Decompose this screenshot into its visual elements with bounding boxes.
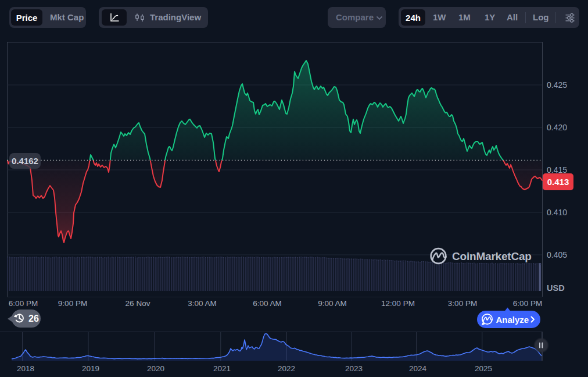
svg-text:9:00 AM: 9:00 AM [318,299,347,308]
svg-text:Analyze: Analyze [496,315,529,325]
svg-text:2021: 2021 [213,364,231,373]
svg-text:12:00 PM: 12:00 PM [381,299,415,308]
svg-text:CoinMarketCap: CoinMarketCap [452,250,532,262]
svg-text:USD: USD [547,283,565,293]
svg-text:2022: 2022 [278,364,295,373]
svg-text:2025: 2025 [475,364,492,373]
svg-text:26: 26 [28,314,39,323]
svg-text:2023: 2023 [345,364,363,373]
svg-text:2020: 2020 [147,364,164,373]
svg-text:0.410: 0.410 [547,208,567,217]
svg-text:0.425: 0.425 [547,80,567,90]
svg-text:6:00 PM: 6:00 PM [9,299,38,308]
svg-text:3:00 AM: 3:00 AM [188,299,217,308]
svg-text:0.420: 0.420 [547,123,567,132]
svg-text:2019: 2019 [82,364,99,373]
svg-text:0.405: 0.405 [547,250,567,259]
svg-text:26 Nov: 26 Nov [126,299,150,308]
svg-text:3:00 PM: 3:00 PM [448,299,477,308]
svg-text:6:00 AM: 6:00 AM [253,299,282,308]
svg-text:9:00 PM: 9:00 PM [58,299,87,308]
svg-text:2018: 2018 [17,364,34,373]
svg-text:2024: 2024 [409,364,427,373]
